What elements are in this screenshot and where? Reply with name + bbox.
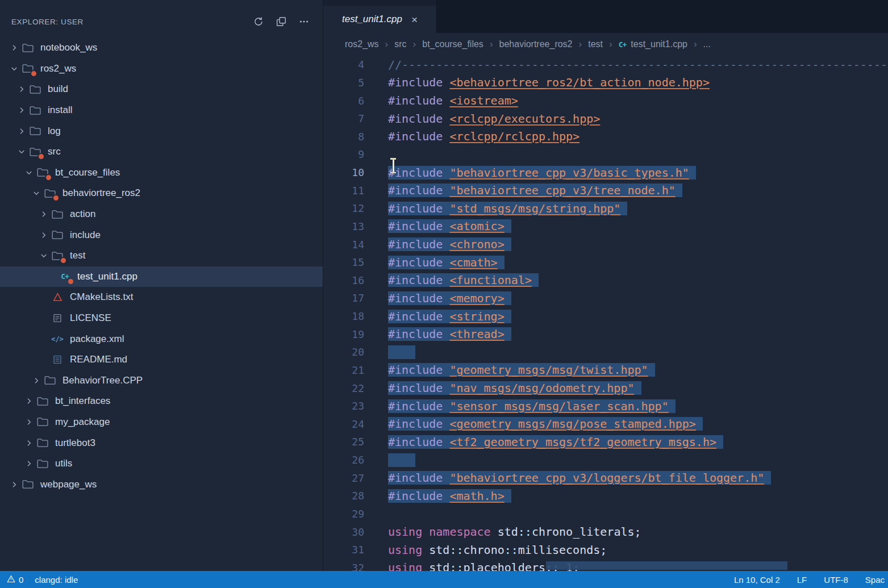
line-number[interactable]: 11 [323, 185, 364, 197]
tree-item-license[interactable]: LICENSE [0, 308, 323, 329]
code-line-29[interactable]: 29 [323, 505, 888, 523]
tree-item-action[interactable]: action [0, 204, 323, 225]
line-number[interactable]: 23 [323, 400, 364, 412]
line-number[interactable]: 28 [323, 490, 364, 502]
code-line-13[interactable]: 13#include <atomic> [323, 218, 888, 236]
tree-item-ros2-ws[interactable]: ros2_ws [0, 59, 323, 80]
tree-item-test-unit1-cpp[interactable]: C+test_unit1.cpp [0, 266, 323, 287]
line-number[interactable]: 4 [323, 59, 364, 70]
line-number[interactable]: 20 [323, 346, 364, 358]
line-number[interactable]: 10 [323, 166, 364, 178]
breadcrumb-item-behaviortree-ros2[interactable]: behaviortree_ros2 [499, 39, 573, 49]
breadcrumb-item-test[interactable]: test [588, 39, 603, 49]
code-line-20[interactable]: 20 [323, 343, 888, 361]
code-line-10[interactable]: 10#include "behaviortree_cpp_v3/basic_ty… [323, 164, 888, 182]
line-number[interactable]: 19 [323, 328, 364, 340]
code-line-12[interactable]: 12#include "std_msgs/msg/string.hpp" [323, 199, 888, 218]
encoding-indicator[interactable]: UTF-8 [824, 575, 848, 585]
problems-indicator[interactable]: 0 [7, 575, 23, 585]
clangd-status[interactable]: clangd: idle [35, 575, 78, 585]
line-number[interactable]: 17 [323, 292, 364, 304]
tree-item-test[interactable]: test [0, 245, 323, 266]
line-number[interactable]: 16 [323, 274, 364, 286]
line-number[interactable]: 18 [323, 310, 364, 322]
line-number[interactable]: 26 [323, 454, 364, 466]
line-number[interactable]: 32 [323, 562, 364, 571]
line-number[interactable]: 8 [323, 131, 364, 143]
code-line-23[interactable]: 23#include "sensor_msgs/msg/laser_scan.h… [323, 397, 888, 415]
breadcrumb-item-bt-course-files[interactable]: bt_course_files [422, 39, 483, 49]
code-line-24[interactable]: 24#include <geometry_msgs/msg/pose_stamp… [323, 415, 888, 433]
line-number[interactable]: 22 [323, 382, 364, 394]
collapse-folders-icon[interactable] [273, 13, 290, 30]
code-line-8[interactable]: 8#include <rclcpp/rclcpp.hpp> [323, 128, 888, 146]
tree-item-cmakelists-txt[interactable]: CMakeLists.txt [0, 287, 323, 308]
tree-item-utils[interactable]: utils [0, 453, 323, 474]
eol-indicator[interactable]: LF [797, 575, 807, 585]
tree-item-install[interactable]: install [0, 100, 323, 121]
line-number[interactable]: 7 [323, 112, 364, 124]
code-line-18[interactable]: 18#include <string> [323, 307, 888, 326]
breadcrumb-item-[interactable]: ... [703, 39, 711, 49]
line-number[interactable]: 14 [323, 239, 364, 251]
code-line-28[interactable]: 28#include <math.h> [323, 487, 888, 505]
cursor-position[interactable]: Ln 10, Col 2 [734, 575, 780, 585]
line-number[interactable]: 15 [323, 256, 364, 268]
code-area[interactable]: 4//-------------------------------------… [323, 56, 888, 571]
close-icon[interactable]: × [411, 14, 418, 25]
code-line-4[interactable]: 4//-------------------------------------… [323, 56, 888, 74]
tree-item-behaviortree-cpp[interactable]: BehaviorTree.CPP [0, 370, 323, 391]
code-line-7[interactable]: 7#include <rclcpp/executors.hpp> [323, 110, 888, 128]
breadcrumb-item-src[interactable]: src [394, 39, 406, 49]
line-number[interactable]: 12 [323, 202, 364, 214]
tree-item-bt-interfaces[interactable]: bt_interfaces [0, 391, 323, 412]
tree-item-my-package[interactable]: my_package [0, 412, 323, 433]
code-line-16[interactable]: 16#include <functional> [323, 272, 888, 290]
tab-bt-u2-ex3-cpp[interactable]: bt_u2_ex3.cpp [323, 0, 437, 6]
tree-item-package-xml[interactable]: </>package.xml [0, 328, 323, 349]
code-line-14[interactable]: 14#include <chrono> [323, 235, 888, 253]
tree-item-build[interactable]: build [0, 79, 323, 100]
line-number[interactable]: 27 [323, 472, 364, 484]
line-number[interactable]: 13 [323, 220, 364, 232]
code-line-6[interactable]: 6#include <iostream> [323, 91, 888, 110]
tree-item-behaviortree-ros2[interactable]: behaviortree_ros2 [0, 183, 323, 204]
code-line-25[interactable]: 25#include <tf2_geometry_msgs/tf2_geomet… [323, 433, 888, 451]
line-number[interactable]: 30 [323, 526, 364, 538]
line-number[interactable]: 6 [323, 95, 364, 107]
code-line-30[interactable]: 30using namespace std::chrono_literals; [323, 523, 888, 541]
tree-item-webpage-ws[interactable]: webpage_ws [0, 474, 323, 495]
line-number[interactable]: 5 [323, 77, 364, 89]
line-number[interactable]: 25 [323, 436, 364, 448]
line-number[interactable]: 29 [323, 508, 364, 520]
code-line-19[interactable]: 19#include <thread> [323, 325, 888, 343]
line-number[interactable]: 9 [323, 148, 364, 160]
code-line-21[interactable]: 21#include "geometry_msgs/msg/twist.hpp" [323, 361, 888, 380]
code-line-15[interactable]: 15#include <cmath> [323, 253, 888, 272]
code-line-9[interactable]: 9 [323, 145, 888, 164]
tree-item-include[interactable]: include [0, 224, 323, 245]
tree-item-turtlebot3[interactable]: turtlebot3 [0, 432, 323, 453]
code-line-22[interactable]: 22#include "nav_msgs/msg/odometry.hpp" [323, 379, 888, 397]
more-actions-icon[interactable] [295, 13, 312, 30]
horizontal-scrollbar[interactable] [546, 561, 787, 570]
code-line-11[interactable]: 11#include "behaviortree_cpp_v3/tree_nod… [323, 181, 888, 199]
code-line-27[interactable]: 27#include "behaviortree_cpp_v3/loggers/… [323, 469, 888, 487]
breadcrumb-item-test-unit1-cpp[interactable]: C+test_unit1.cpp [619, 39, 687, 49]
code-line-31[interactable]: 31using std::chrono::milliseconds; [323, 541, 888, 559]
tree-item-log[interactable]: log [0, 120, 323, 141]
code-line-26[interactable]: 26 [323, 451, 888, 469]
indentation-indicator[interactable]: Spac [865, 575, 885, 585]
line-number[interactable]: 24 [323, 418, 364, 430]
code-line-5[interactable]: 5#include <behaviortree_ros2/bt_action_n… [323, 74, 888, 92]
line-number[interactable]: 31 [323, 544, 364, 556]
tree-item-notebook-ws[interactable]: notebook_ws [0, 37, 323, 59]
code-line-17[interactable]: 17#include <memory> [323, 289, 888, 307]
breadcrumb-item-ros2-ws[interactable]: ros2_ws [345, 39, 379, 49]
refresh-explorer-icon[interactable] [250, 13, 267, 30]
tree-item-bt-course-files[interactable]: bt_course_files [0, 162, 323, 184]
line-number[interactable]: 21 [323, 364, 364, 376]
tab-test-unit1-cpp[interactable]: test_unit1.cpp× [323, 6, 437, 33]
tree-item-src[interactable]: src [0, 141, 323, 162]
tree-item-readme-md[interactable]: README.md [0, 349, 323, 370]
